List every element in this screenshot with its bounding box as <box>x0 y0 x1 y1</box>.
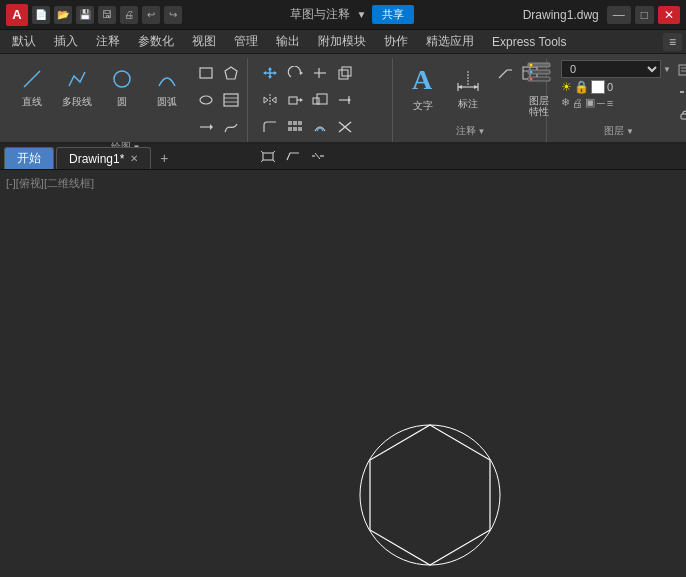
tool-spline[interactable] <box>217 114 245 140</box>
close-button[interactable]: ✕ <box>658 6 680 24</box>
tool-layer-properties-label: 图层特性 <box>529 95 549 117</box>
svg-marker-14 <box>300 71 303 75</box>
tool-circle[interactable]: 圆 <box>100 60 144 116</box>
tool-explode[interactable] <box>256 143 280 169</box>
tool-stretch[interactable] <box>281 87 309 113</box>
lock-icon[interactable]: 🔒 <box>574 80 589 94</box>
maximize-button[interactable]: □ <box>635 6 654 24</box>
print-icon[interactable]: 🖨 <box>120 6 138 24</box>
draw-small-tools <box>192 60 241 140</box>
new-file-icon[interactable]: 📄 <box>32 6 50 24</box>
tool-ellipse[interactable] <box>192 87 220 113</box>
menu-parametric[interactable]: 参数化 <box>130 31 182 52</box>
tool-array[interactable] <box>281 114 309 140</box>
tool-chamfer[interactable] <box>281 143 305 169</box>
svg-rect-33 <box>288 127 292 131</box>
tool-polyline[interactable]: 多段线 <box>55 60 99 116</box>
tab-add-button[interactable]: + <box>153 147 175 169</box>
tool-fillet[interactable] <box>256 114 284 140</box>
svg-rect-61 <box>679 65 686 75</box>
tool-line[interactable]: 直线 <box>10 60 54 116</box>
svg-marker-13 <box>274 71 277 75</box>
color-icon[interactable]: ▣ <box>585 96 595 109</box>
tool-leader[interactable] <box>491 60 519 86</box>
menu-annotate[interactable]: 注释 <box>88 31 128 52</box>
tool-rectangle[interactable] <box>192 60 220 86</box>
svg-rect-5 <box>224 94 238 106</box>
workspace-dropdown-icon[interactable]: ▼ <box>356 9 366 20</box>
save-as-icon[interactable]: 🖫 <box>98 6 116 24</box>
layer-content: 图层特性 0 ▼ ☀ 🔒 <box>521 60 686 124</box>
menu-default[interactable]: 默认 <box>4 31 44 52</box>
tool-polyline-label: 多段线 <box>62 95 92 109</box>
svg-point-59 <box>530 71 533 74</box>
layer-lock-btn[interactable] <box>675 104 686 124</box>
freeze-icon[interactable]: ❄ <box>561 96 570 109</box>
redo-icon[interactable]: ↪ <box>164 6 182 24</box>
drawing-title: Drawing1.dwg <box>523 8 599 22</box>
menu-output[interactable]: 输出 <box>268 31 308 52</box>
minimize-button[interactable]: — <box>607 6 631 24</box>
svg-line-40 <box>273 151 275 153</box>
svg-rect-22 <box>289 97 297 104</box>
svg-marker-48 <box>474 85 478 89</box>
tab-close-button[interactable]: ✕ <box>130 153 138 164</box>
tool-erase[interactable] <box>331 114 359 140</box>
tab-home[interactable]: 开始 <box>4 147 54 169</box>
tool-copy[interactable] <box>331 60 359 86</box>
svg-rect-34 <box>293 127 297 131</box>
tool-line-label: 直线 <box>22 95 42 109</box>
menu-view[interactable]: 视图 <box>184 31 224 52</box>
lineweight-icon[interactable]: ≡ <box>607 97 613 109</box>
menu-express-tools[interactable]: Express Tools <box>484 33 574 51</box>
tool-offset[interactable] <box>306 114 334 140</box>
layer-group-label: 图层 ▼ <box>604 124 634 140</box>
tool-hatch[interactable] <box>217 87 245 113</box>
sun-icon[interactable]: ☀ <box>561 80 572 94</box>
menu-manage[interactable]: 管理 <box>226 31 266 52</box>
tool-rotate[interactable] <box>281 60 309 86</box>
svg-rect-31 <box>293 121 297 125</box>
menu-expand-button[interactable]: ≡ <box>663 33 682 51</box>
tool-trim[interactable] <box>306 60 334 86</box>
layer-dropdown-row: 0 ▼ <box>561 60 671 78</box>
open-file-icon[interactable]: 📂 <box>54 6 72 24</box>
tool-break[interactable] <box>306 143 330 169</box>
annotate-group-chevron[interactable]: ▼ <box>478 127 486 136</box>
text-icon: A <box>409 63 437 97</box>
titlebar-left: A 📄 📂 💾 🖫 🖨 ↩ ↪ <box>6 4 182 26</box>
tool-polygon[interactable] <box>217 60 245 86</box>
tool-mirror[interactable] <box>256 87 284 113</box>
tool-scale[interactable] <box>306 87 334 113</box>
tool-move-modify[interactable] <box>256 60 284 86</box>
layer-color-box[interactable] <box>591 80 605 94</box>
layer-isolate-btn[interactable] <box>675 82 686 102</box>
layer-extra-icons <box>675 60 686 124</box>
svg-rect-68 <box>681 114 686 119</box>
tool-dimension[interactable]: 标注 <box>446 60 490 116</box>
tool-text[interactable]: A 文字 <box>401 60 445 116</box>
layer-dropdown-chevron[interactable]: ▼ <box>663 65 671 74</box>
menu-featured[interactable]: 精选应用 <box>418 31 482 52</box>
tool-layer-properties[interactable]: 图层特性 <box>521 60 557 116</box>
save-icon[interactable]: 💾 <box>76 6 94 24</box>
tool-arc[interactable]: 圆弧 <box>145 60 189 116</box>
tool-move[interactable] <box>192 114 220 140</box>
tab-drawing1[interactable]: Drawing1* ✕ <box>56 147 151 169</box>
plot-icon[interactable]: 🖨 <box>572 97 583 109</box>
undo-icon[interactable]: ↩ <box>142 6 160 24</box>
share-button[interactable]: 共享 <box>372 5 414 24</box>
menu-addons[interactable]: 附加模块 <box>310 31 374 52</box>
svg-marker-12 <box>263 71 266 75</box>
menu-collaborate[interactable]: 协作 <box>376 31 416 52</box>
menu-insert[interactable]: 插入 <box>46 31 86 52</box>
svg-point-1 <box>114 71 130 87</box>
layer-state-btn[interactable] <box>675 60 686 80</box>
svg-point-4 <box>200 96 212 104</box>
dimension-icon <box>454 65 482 95</box>
tool-extend[interactable] <box>331 87 359 113</box>
ribbon-group-layer: 图层特性 0 ▼ ☀ 🔒 <box>549 58 686 142</box>
layer-group-chevron[interactable]: ▼ <box>626 127 634 136</box>
layer-select[interactable]: 0 <box>561 60 661 78</box>
linetype-icon[interactable]: ─ <box>597 97 605 109</box>
